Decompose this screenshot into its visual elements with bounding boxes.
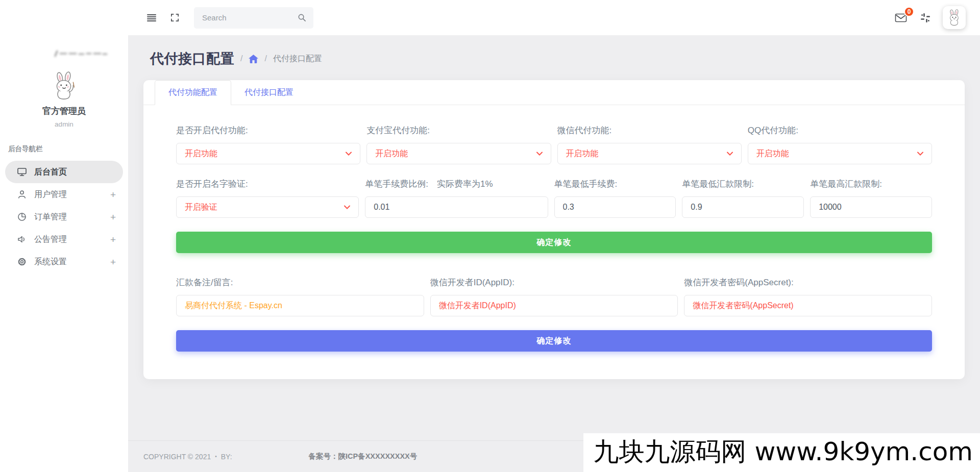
breadcrumb-separator: / [264,54,266,63]
chevron-down-icon [346,152,352,156]
expand-plus-icon[interactable]: + [110,190,116,200]
select-value: 开启功能 [375,148,408,159]
select-value: 开启功能 [566,148,599,159]
page-title: 代付接口配置 [150,49,234,68]
appsecret-input[interactable] [684,295,932,316]
field-label: 支付宝代付功能: [366,125,551,136]
daifu-enable-select[interactable]: 开启功能 [176,143,360,164]
speaker-icon [16,234,27,245]
field-label: 单笔最低手续费: [554,178,676,190]
field-label: 单笔最低汇款限制: [682,178,804,190]
monitor-icon [16,167,27,178]
field-fee-ratio: 单笔手续费比例: 实际费率为1% [365,178,548,218]
appid-input[interactable] [430,295,678,316]
field-daifu-enable: 是否开启代付功能: 开启功能 [176,125,360,164]
field-wechat-appsecret: 微信开发者密码(AppSecret): [684,277,932,316]
app-root: 官方管理员 admin 后台导航栏 后台首页 [0,0,980,472]
chevron-down-icon [536,152,543,156]
field-label: 单笔最高汇款限制: [810,178,932,190]
submit-wechat-config-button[interactable]: 确定修改 [176,330,932,352]
user-icon [16,189,27,200]
breadcrumb-current: 代付接口配置 [273,54,322,64]
footer-by: BY: [221,453,232,461]
field-max-remit: 单笔最高汇款限制: [810,178,932,218]
sidebar-item-label: 后台首页 [34,167,67,178]
chevron-down-icon [917,152,923,156]
form-row-2: 是否开启名字验证: 开启验证 单笔手续费比例: 实际费率为1% 单笔最低手续费: [176,178,932,218]
tab-daifu-interface-config[interactable]: 代付接口配置 [231,80,307,105]
mail-badge: 0 [904,7,914,17]
field-label: 微信开发者ID(AppID): [430,277,678,288]
name-verify-select[interactable]: 开启验证 [176,196,359,218]
field-wechat-appid: 微信开发者ID(AppID): [430,277,678,316]
topbar-avatar[interactable] [943,6,966,29]
config-card: 代付功能配置 代付接口配置 是否开启代付功能: 开启功能 [143,80,965,379]
topbar: 0 [128,0,980,35]
field-label: 是否开启名字验证: [176,178,359,190]
sidebar-item-users[interactable]: 用户管理 + [5,183,123,206]
footer-icp-number: 备案号：陕ICP备XXXXXXXXX号 [309,452,418,461]
apps-button[interactable] [917,10,934,26]
wechat-daifu-select[interactable]: 开启功能 [557,143,742,164]
brand-scribble [52,49,109,58]
search-icon[interactable] [298,13,306,22]
form-row-1: 是否开启代付功能: 开启功能 支付宝代付功能: 开启功能 [176,125,932,164]
select-value: 开启验证 [185,202,217,213]
field-alipay-daifu: 支付宝代付功能: 开启功能 [366,125,551,164]
select-value: 开启功能 [185,148,217,159]
search-input[interactable] [201,13,298,22]
alipay-daifu-select[interactable]: 开启功能 [366,143,551,164]
field-name-verify: 是否开启名字验证: 开启验证 [176,178,359,218]
menu-toggle-button[interactable] [143,10,160,26]
sidebar-item-announcements[interactable]: 公告管理 + [5,228,123,251]
profile-name: 官方管理员 [0,105,128,117]
watermark: 九块九源码网 www.9k9ym.com [583,433,980,472]
messages-button[interactable]: 0 [892,10,910,26]
min-remit-input[interactable] [682,196,804,218]
search-bar [194,7,313,29]
max-remit-input[interactable] [810,196,932,218]
sidebar-item-system-settings[interactable]: 系统设置 + [5,251,123,273]
field-label: 是否开启代付功能: [176,125,360,136]
field-min-remit: 单笔最低汇款限制: [682,178,804,218]
field-qq-daifu: QQ代付功能: 开启功能 [748,125,932,164]
nav-section-label: 后台导航栏 [8,144,128,154]
sidebar-item-label: 系统设置 [34,257,67,267]
home-icon[interactable] [249,55,258,63]
gear-icon [16,257,27,267]
user-avatar[interactable] [48,71,80,103]
min-fee-input[interactable] [554,196,676,218]
rabbit-avatar-illustration [48,71,80,101]
expand-plus-icon[interactable]: + [110,235,116,244]
qq-daifu-select[interactable]: 开启功能 [748,143,932,164]
expand-plus-icon[interactable]: + [110,212,116,222]
sidebar-item-orders[interactable]: 订单管理 + [5,206,123,228]
hamburger-icon [146,13,157,22]
pie-chart-icon [16,212,27,222]
field-min-fee: 单笔最低手续费: [554,178,676,218]
main-column: 0 [128,0,980,472]
page-content: 代付接口配置 / / 代付接口配置 代付功能配置 代付接口配置 [128,35,980,440]
sidebar-nav: 后台首页 用户管理 + 订单 [0,158,128,276]
breadcrumb: 代付接口配置 / / 代付接口配置 [150,49,965,68]
rabbit-avatar-illustration [945,9,964,27]
field-label: 汇款备注/留言: [176,277,424,288]
form-row-3: 汇款备注/留言: 微信开发者ID(AppID): 微信开发者密码(AppSecr… [176,277,932,316]
footer-bullet: • [215,454,217,459]
field-label: 微信代付功能: [557,125,742,136]
remark-input[interactable] [176,295,424,316]
brand-logo-blurred[interactable] [52,49,109,60]
sidebar: 官方管理员 admin 后台导航栏 后台首页 [0,0,128,472]
fullscreen-button[interactable] [167,10,183,26]
tab-daifu-function-config[interactable]: 代付功能配置 [155,80,231,105]
field-label: QQ代付功能: [748,125,932,136]
daifu-config-form: 是否开启代付功能: 开启功能 支付宝代付功能: 开启功能 [143,105,965,379]
chevron-down-icon [727,152,733,156]
fee-ratio-input[interactable] [365,196,548,218]
sidebar-profile: 官方管理员 admin [0,0,128,128]
field-remit-remark: 汇款备注/留言: [176,277,424,316]
expand-plus-icon[interactable]: + [110,257,116,267]
tabs: 代付功能配置 代付接口配置 [143,80,965,105]
sidebar-item-dashboard[interactable]: 后台首页 [5,161,123,183]
submit-function-config-button[interactable]: 确定修改 [176,232,932,253]
